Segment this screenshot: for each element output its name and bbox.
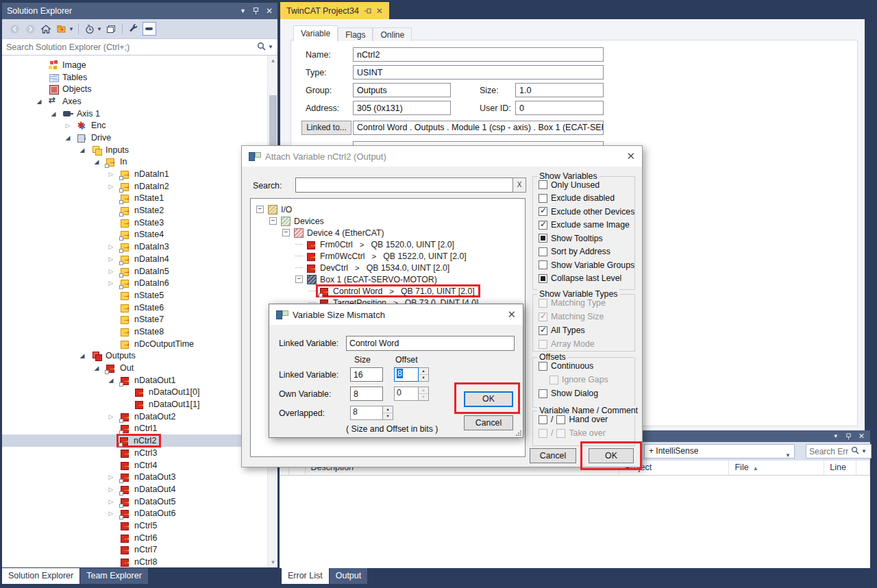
user-id-field[interactable] [515,101,604,115]
properties-wrench-icon[interactable] [127,22,140,36]
intellisense-combo[interactable]: + IntelliSense ▼ [644,444,795,458]
ok-button[interactable]: OK [464,391,513,407]
tree-item-nDataIn2[interactable]: ▷nDataIn2 [2,180,267,193]
tab-online[interactable]: Online [373,27,412,41]
search-icon[interactable] [257,42,266,53]
checkbox[interactable] [539,221,547,230]
expander-icon[interactable]: ▷ [106,243,116,250]
size-field[interactable] [515,83,604,97]
tree-item-nDataOut5[interactable]: ▷nDataOut5 [2,495,267,508]
expander-icon[interactable]: ◢ [77,352,88,359]
checkbox[interactable] [539,362,547,371]
name-field[interactable] [353,47,604,62]
forward-icon[interactable] [23,22,37,36]
tree-item-nDataOut6[interactable]: ▷nDataOut6 [2,507,267,519]
tree-item-nCtrl7[interactable]: nCtrl7 [2,544,267,556]
checkbox[interactable] [539,207,547,216]
expander-icon[interactable]: ◢ [91,158,102,165]
tree-item-nState3[interactable]: nState3 [2,217,267,229]
tab-variable[interactable]: Variable [293,25,338,41]
close-icon[interactable]: ✕ [859,432,865,441]
option-hand-over[interactable]: /Hand over [539,414,634,425]
scroll-up-icon[interactable]: ▲ [268,56,277,66]
expander-icon[interactable]: ◢ [62,134,73,141]
clear-search-button[interactable]: X [512,177,526,193]
tree-item-Axes[interactable]: ◢Axes [2,95,267,108]
expander-icon[interactable]: ▷ [106,510,116,517]
error-search-input[interactable] [806,447,851,456]
checkbox[interactable] [539,260,547,269]
close-icon[interactable]: ✕ [266,6,273,16]
expander-icon[interactable]: ▷ [106,413,116,420]
close-icon[interactable]: ✕ [507,308,516,321]
tree-item-nDataOut2[interactable]: ▷nDataOut2 [2,411,267,423]
option-exclude-other-devices[interactable]: Exclude other Devices [539,206,634,217]
back-icon[interactable] [8,22,21,36]
tree-item-nDataIn1[interactable]: ▷nDataIn1 [2,168,267,180]
tree-item-nDataOut1[interactable]: ◢nDataOut1 [2,374,267,387]
ok-button[interactable]: OK [589,448,634,463]
preview-selected-items-icon[interactable] [143,22,156,36]
expander-icon[interactable]: ▷ [106,183,116,190]
tree-item-nDataIn6[interactable]: ▷nDataIn6 [2,277,267,289]
tree-item-nState2[interactable]: nState2 [2,204,267,217]
tree-item-nCtrl5[interactable]: nCtrl5 [2,519,267,532]
tree-item-nState6[interactable]: nState6 [2,302,267,314]
expander-icon[interactable]: ▷ [106,171,116,177]
option-array-mode[interactable]: Array Mode [539,339,634,350]
tree-item-Drive[interactable]: ◢Drive [2,132,267,144]
option-collapse-last-level[interactable]: Collapse last Level [539,273,634,284]
io-tree-item-I/O[interactable]: −I/O [251,204,525,215]
tree-item-nDataOut1[1][interactable]: nDataOut1[1] [2,398,267,411]
tree-item-nCtrl3[interactable]: nCtrl3 [2,447,267,459]
collapse-box-icon[interactable]: − [282,229,290,236]
tree-item-nDcOutputTime[interactable]: nDcOutputTime [2,338,267,350]
checkbox[interactable] [539,247,547,256]
option-exclude-disabled[interactable]: Exclude disabled [539,193,634,204]
tree-item-nDataOut1[0][interactable]: nDataOut1[0] [2,387,267,399]
tree-item-nCtrl4[interactable]: nCtrl4 [2,459,267,471]
expander-icon[interactable]: ◢ [77,147,88,154]
switch-views-icon[interactable] [55,22,69,36]
search-caret-icon[interactable]: ▼ [861,448,867,454]
io-tree-item-DevCtrl[interactable]: DevCtrl>QB 1534.0, UINT [2.0] [251,262,525,273]
tree-item-In[interactable]: ◢In [2,156,267,169]
tree-item-nCtrl2[interactable]: nCtrl2 [2,434,267,447]
tree-item-Enc[interactable]: ▷Enc [2,119,267,132]
tree-item-nDataIn3[interactable]: ▷nDataIn3 [2,241,267,253]
tree-item-Out[interactable]: ◢Out [2,362,267,374]
option-all-types[interactable]: All Types [539,325,634,336]
linked-to-button[interactable]: Linked to... [301,121,351,135]
close-icon[interactable]: ✕ [376,6,383,16]
column-header-file[interactable]: File▲ [729,461,824,475]
option-take-over[interactable]: /Take over [539,428,634,439]
close-icon[interactable]: ✕ [626,150,635,162]
expander-icon[interactable]: ◢ [91,365,102,371]
option-show-tooltips[interactable]: Show Tooltips [539,233,634,244]
tree-item-Outputs[interactable]: ◢Outputs [2,350,267,363]
tree-item-nDataIn5[interactable]: ▷nDataIn5 [2,265,267,278]
own-offset-stepper[interactable]: 0 ▲▼ [394,387,429,401]
checkbox[interactable] [539,274,547,283]
expander-icon[interactable]: ◢ [34,98,45,105]
checkbox[interactable] [539,180,547,189]
pin-icon[interactable] [845,432,851,440]
scroll-down-icon[interactable]: ▼ [268,557,277,567]
pending-changes-filter-icon[interactable] [83,22,97,36]
checkbox[interactable] [556,415,565,424]
expander-icon[interactable]: ▷ [106,498,116,505]
expander-icon[interactable]: ▷ [62,122,73,129]
tree-item-nCtrl1[interactable]: nCtrl1 [2,423,267,435]
resize-grip[interactable] [515,430,521,436]
io-tree-item-Device 4 (EtherCAT)[interactable]: −Device 4 (EtherCAT) [251,227,525,238]
collapse-box-icon[interactable]: − [295,275,303,283]
expander-icon[interactable]: ▷ [106,268,116,275]
tool-tab-team-explorer[interactable]: Team Explorer [80,568,148,584]
option-sort-by-address[interactable]: Sort by Address [539,246,634,257]
option-show-variable-groups[interactable]: Show Variable Groups [539,260,634,271]
option-continuous[interactable]: Continuous [539,360,634,371]
address-field[interactable] [353,101,451,115]
attach-search-input[interactable] [295,177,513,193]
column-header-blank[interactable] [856,461,870,475]
switch-views-caret-icon[interactable]: ▼ [69,26,74,32]
